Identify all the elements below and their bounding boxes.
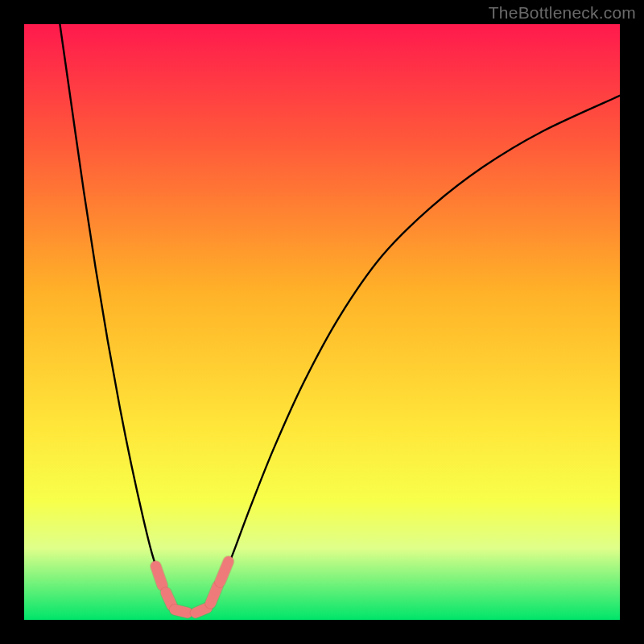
marker-capsule (196, 608, 207, 613)
watermark-text: TheBottleneck.com (489, 3, 636, 23)
gradient-background (24, 24, 620, 620)
bottleneck-chart (24, 24, 620, 620)
marker-capsule (166, 592, 171, 605)
marker-capsule (156, 566, 163, 585)
marker-capsule (175, 609, 188, 613)
chart-container: TheBottleneck.com (0, 0, 644, 644)
marker-capsule (211, 586, 218, 603)
